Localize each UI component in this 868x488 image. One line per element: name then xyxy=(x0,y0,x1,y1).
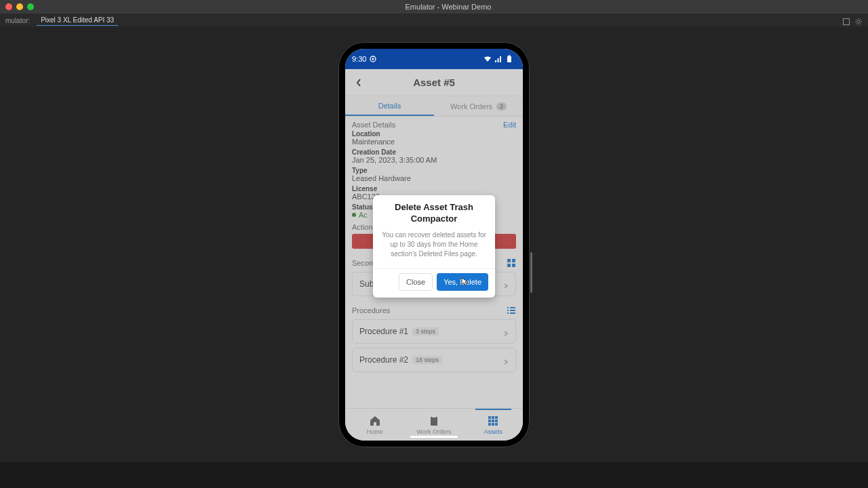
close-button[interactable]: Close xyxy=(399,273,433,291)
svg-rect-0 xyxy=(844,19,850,25)
svg-point-1 xyxy=(857,20,861,24)
battery-icon xyxy=(505,55,513,63)
notification-icon xyxy=(369,55,377,63)
wifi-icon xyxy=(484,55,492,63)
svg-rect-5 xyxy=(509,56,511,57)
macos-titlebar: Emulator - Webinar Demo xyxy=(0,0,868,14)
minimize-window-button[interactable] xyxy=(16,3,23,10)
close-window-button[interactable] xyxy=(5,3,12,10)
phone-frame: 9:30 Asset #5 Detail xyxy=(338,42,530,447)
home-indicator[interactable] xyxy=(410,436,458,438)
modal-title: Delete Asset Trash Compactor xyxy=(373,195,495,228)
confirm-delete-button[interactable]: Yes, Delete xyxy=(437,273,488,291)
window-title: Emulator - Webinar Demo xyxy=(34,3,863,11)
status-time: 9:30 xyxy=(352,55,366,63)
emulator-workspace: 9:30 Asset #5 Detail xyxy=(0,27,868,462)
svg-rect-4 xyxy=(507,56,511,62)
android-status-bar: 9:30 xyxy=(345,49,523,69)
svg-point-3 xyxy=(372,58,374,60)
delete-confirm-modal: Delete Asset Trash Compactor You can rec… xyxy=(373,195,495,298)
phone-screen: 9:30 Asset #5 Detail xyxy=(345,49,523,441)
expand-icon[interactable] xyxy=(842,16,850,24)
maximize-window-button[interactable] xyxy=(27,3,34,10)
device-tab[interactable]: Pixel 3 XL Edited API 33 xyxy=(37,15,118,26)
bottom-panel xyxy=(0,462,868,488)
modal-body: You can recover deleted assets for up to… xyxy=(373,228,495,268)
scroll-indicator xyxy=(530,252,532,293)
settings-icon[interactable] xyxy=(854,16,863,24)
tab-strip-label: mulator: xyxy=(5,17,30,24)
cursor-icon xyxy=(461,277,468,287)
signal-icon xyxy=(494,55,502,63)
emulator-tab-strip: mulator: Pixel 3 XL Edited API 33 xyxy=(0,14,868,27)
